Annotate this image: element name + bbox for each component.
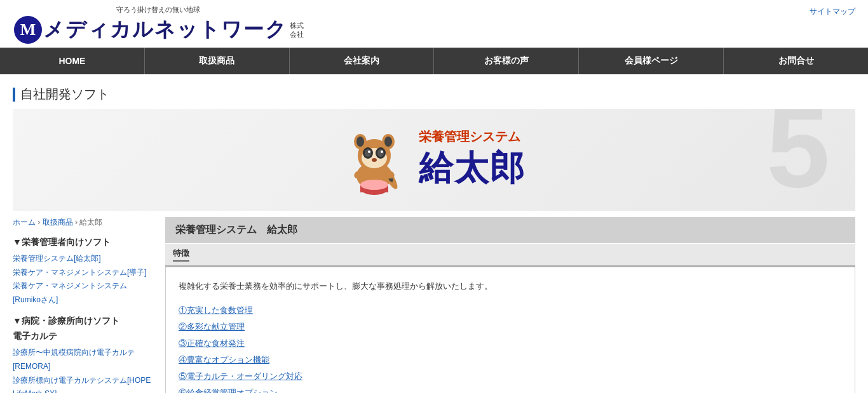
nav-company[interactable]: 会社案内 [290, 48, 435, 74]
svg-point-11 [365, 149, 371, 157]
logo-kabu: 株式会社 [290, 21, 304, 39]
svg-text:M: M [20, 20, 36, 39]
mascot-icon [342, 125, 406, 195]
svg-point-7 [384, 137, 392, 147]
sidebar-link-rumiko[interactable]: 栄養ケア・マネジメントシステム[Rumikoさん] [13, 279, 153, 307]
logo-icon: M [13, 15, 43, 45]
svg-point-15 [372, 158, 377, 162]
hero-subtitle: 栄養管理システム [419, 128, 526, 145]
tab-bar: 特徴 [165, 244, 855, 267]
logo-company-name: メディカルネットワーク [43, 16, 287, 44]
sidebar-link-remora[interactable]: 診療所〜中規模病院向け電子カルテ[REMORA] [13, 346, 153, 373]
sidebar-section1-title: ▼栄養管理者向けソフト [13, 237, 153, 248]
feature-item-2[interactable]: ②多彩な献立管理 [179, 322, 245, 331]
svg-point-6 [356, 137, 364, 147]
title-bar-decoration [13, 88, 15, 102]
sidebar: ホーム › 取扱商品 › 給太郎 ▼栄養管理者向けソフト 栄養管理システム[給太… [13, 217, 153, 393]
breadcrumb-home[interactable]: ホーム [13, 218, 36, 227]
svg-point-14 [381, 150, 383, 153]
sidebar-link-michiko[interactable]: 栄養ケア・マネジメントシステム[導子] [13, 266, 153, 280]
svg-point-12 [377, 149, 384, 157]
breadcrumb-current: 給太郎 [79, 218, 102, 227]
feature-item-4[interactable]: ④豊富なオプション機能 [179, 355, 269, 364]
sitemap-link[interactable]: サイトマップ [810, 6, 855, 17]
main-nav: HOME 取扱商品 会社案内 お客様の声 会員様ページ お問合せ [0, 48, 868, 74]
breadcrumb-sep1: › [37, 218, 40, 227]
sidebar-section2-title: ▼病院・診療所向けソフト [13, 316, 153, 327]
breadcrumb-sep2: › [75, 218, 78, 227]
page-title: 自社開発ソフト [20, 86, 109, 103]
feature-item-3[interactable]: ③正確な食材発注 [179, 338, 245, 348]
nav-home[interactable]: HOME [0, 48, 145, 74]
feature-intro: 複雑化する栄養士業務を効率的にサポートし、膨大な事務処理から解放いたします。 [179, 280, 842, 293]
nav-members[interactable]: 会員様ページ [579, 48, 724, 74]
tab-tokucho[interactable]: 特徴 [173, 248, 189, 262]
sidebar-category-karte: 電子カルテ [13, 331, 153, 342]
breadcrumb-products[interactable]: 取扱商品 [43, 218, 73, 227]
feature-box: 複雑化する栄養士業務を効率的にサポートし、膨大な事務処理から解放いたします。 ①… [165, 267, 855, 393]
hero-banner: 5 [13, 109, 855, 211]
svg-point-13 [368, 150, 370, 153]
right-content: 栄養管理システム 給太郎 特徴 複雑化する栄養士業務を効率的にサポートし、膨大な… [165, 217, 855, 393]
sidebar-link-hope-sx[interactable]: 診療所標向け電子カルテシステム[HOPE LifeMark-SX] [13, 374, 153, 393]
feature-item-1[interactable]: ①充実した食数管理 [179, 305, 253, 315]
nav-products[interactable]: 取扱商品 [145, 48, 290, 74]
product-header: 栄養管理システム 給太郎 [165, 217, 855, 243]
feature-item-5[interactable]: ⑤電子カルテ・オーダリング対応 [179, 371, 302, 381]
breadcrumb: ホーム › 取扱商品 › 給太郎 [13, 217, 153, 228]
feature-list: ①充実した食数管理 ②多彩な献立管理 ③正確な食材発注 ④豊富なオプション機能 … [179, 302, 842, 393]
hero-main-title: 給太郎 [419, 145, 526, 192]
svg-point-20 [360, 180, 388, 190]
hero-number: 5 [766, 109, 830, 204]
sidebar-link-kyutaro[interactable]: 栄養管理システム[給太郎] [13, 252, 153, 266]
nav-voice[interactable]: お客様の声 [434, 48, 579, 74]
feature-item-6[interactable]: ⑥給食経営管理オプション [179, 388, 278, 393]
nav-contact[interactable]: お問合せ [724, 48, 868, 74]
logo-tagline: 守ろう掛け替えの無い地球 [13, 5, 304, 15]
